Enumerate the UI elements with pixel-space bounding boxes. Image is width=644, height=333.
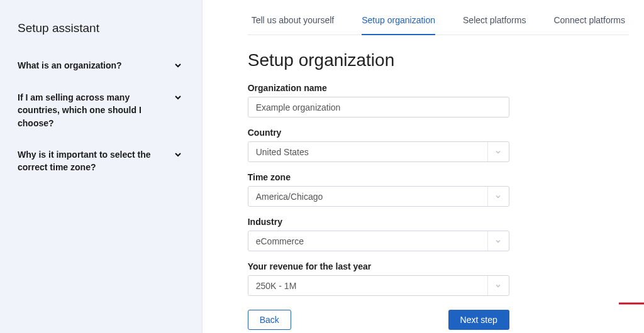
back-button[interactable]: Back [248,310,291,330]
wizard-tabs: Tell us about yourself Setup organizatio… [248,11,629,35]
faq-item-organization[interactable]: What is an organization? [18,53,183,85]
annotation-arrow-icon [618,297,644,310]
chevron-down-icon [173,150,183,161]
tab-setup-organization[interactable]: Setup organization [362,11,435,35]
sidebar-title: Setup assistant [18,21,183,35]
timezone-value: America/Chicago [248,192,331,202]
faq-question: Why is it important to select the correc… [18,148,167,174]
page-title: Setup organization [248,50,629,70]
chevron-down-icon [487,276,509,295]
faq-item-countries[interactable]: If I am selling across many countries, w… [18,85,183,142]
revenue-select[interactable]: 250K - 1M [248,275,509,296]
industry-select[interactable]: eCommerce [248,231,509,251]
next-step-button[interactable]: Next step [448,310,509,330]
faq-item-timezone[interactable]: Why is it important to select the correc… [18,142,183,187]
timezone-select[interactable]: America/Chicago [248,186,509,207]
faq-question: What is an organization? [18,59,122,72]
country-select[interactable]: United States [248,141,509,162]
chevron-down-icon [487,231,509,251]
faq-question: If I am selling across many countries, w… [18,91,167,129]
tab-tell-us[interactable]: Tell us about yourself [252,11,335,35]
revenue-label: Your revenue for the last year [248,261,629,271]
tab-connect-platforms[interactable]: Connect platforms [553,11,625,35]
country-value: United States [248,147,316,157]
chevron-down-icon [173,92,183,104]
org-name-input[interactable] [248,97,509,117]
timezone-label: Time zone [248,172,629,182]
country-label: Country [248,128,629,138]
org-name-label: Organization name [248,83,629,93]
revenue-value: 250K - 1M [248,281,304,291]
tab-select-platforms[interactable]: Select platforms [463,11,526,35]
chevron-down-icon [487,142,509,161]
industry-value: eCommerce [248,236,311,246]
chevron-down-icon [173,60,183,72]
setup-assistant-sidebar: Setup assistant What is an organization?… [0,0,203,333]
industry-label: Industry [248,217,629,227]
chevron-down-icon [487,187,509,206]
main-content: Tell us about yourself Setup organizatio… [203,0,644,333]
